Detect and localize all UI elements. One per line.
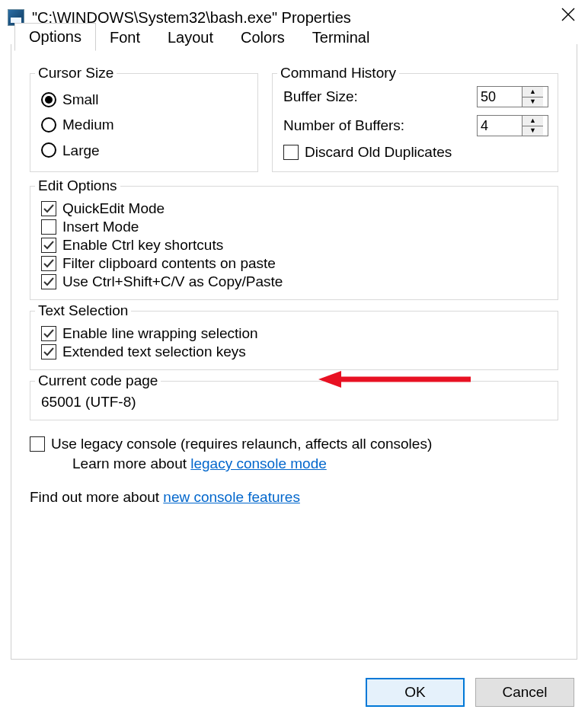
checkbox-discard-duplicates[interactable]: Discard Old Duplicates bbox=[283, 144, 548, 161]
checkbox-legacy-console[interactable]: Use legacy console (requires relaunch, a… bbox=[30, 436, 558, 452]
checkbox-icon bbox=[41, 326, 56, 341]
spinner-up-icon[interactable]: ▲ bbox=[522, 116, 543, 126]
checkbox-filter-clipboard[interactable]: Filter clipboard contents on paste bbox=[41, 255, 548, 272]
checkbox-quickedit[interactable]: QuickEdit Mode bbox=[41, 200, 548, 217]
checkbox-icon bbox=[41, 219, 56, 235]
radio-icon bbox=[41, 142, 56, 158]
discard-duplicates-label: Discard Old Duplicates bbox=[305, 144, 452, 161]
spinner-down-icon[interactable]: ▼ bbox=[522, 97, 543, 107]
tab-font[interactable]: Font bbox=[96, 24, 154, 51]
group-code-page: Current code page 65001 (UTF-8) bbox=[30, 381, 558, 420]
checkbox-extended-selection[interactable]: Extended text selection keys bbox=[41, 344, 548, 360]
dialog-client: Options Font Layout Colors Terminal Curs… bbox=[11, 44, 577, 660]
tab-layout[interactable]: Layout bbox=[154, 24, 227, 51]
extended-selection-label: Extended text selection keys bbox=[62, 344, 246, 360]
radio-icon bbox=[41, 92, 56, 107]
cancel-button[interactable]: Cancel bbox=[475, 678, 574, 707]
find-more-prefix: Find out more about bbox=[30, 489, 163, 505]
group-command-history-legend: Command History bbox=[277, 65, 399, 81]
options-panel: Cursor Size Small Medium Large bbox=[30, 73, 558, 648]
radio-cursor-small[interactable]: Small bbox=[41, 88, 248, 111]
tab-options[interactable]: Options bbox=[14, 23, 96, 51]
checkbox-icon bbox=[41, 201, 56, 216]
legacy-console-label: Use legacy console (requires relaunch, a… bbox=[51, 436, 432, 452]
group-edit-options-legend: Edit Options bbox=[35, 177, 120, 194]
radio-cursor-large[interactable]: Large bbox=[41, 139, 248, 162]
legacy-learn-prefix: Learn more about bbox=[72, 455, 190, 471]
link-new-console-features[interactable]: new console features bbox=[163, 489, 300, 505]
group-edit-options: Edit Options QuickEdit Mode Insert Mode … bbox=[30, 186, 558, 300]
link-legacy-console-mode[interactable]: legacy console mode bbox=[190, 455, 327, 471]
buffer-size-input[interactable] bbox=[478, 87, 522, 107]
buffer-size-label: Buffer Size: bbox=[283, 88, 477, 105]
filter-clipboard-label: Filter clipboard contents on paste bbox=[62, 255, 276, 272]
checkbox-icon bbox=[41, 274, 56, 289]
tab-strip: Options Font Layout Colors Terminal bbox=[11, 21, 577, 50]
checkbox-icon bbox=[30, 436, 45, 452]
spinner-up-icon[interactable]: ▲ bbox=[522, 87, 543, 97]
checkbox-ctrl-shift-copy[interactable]: Use Ctrl+Shift+C/V as Copy/Paste bbox=[41, 273, 548, 290]
code-page-value: 65001 (UTF-8) bbox=[41, 394, 136, 410]
checkbox-icon bbox=[283, 145, 299, 160]
ok-button[interactable]: OK bbox=[366, 678, 465, 707]
close-icon bbox=[561, 8, 575, 21]
radio-cursor-medium[interactable]: Medium bbox=[41, 113, 248, 136]
radio-cursor-medium-label: Medium bbox=[62, 113, 114, 136]
radio-icon bbox=[41, 117, 56, 133]
checkbox-line-wrap[interactable]: Enable line wrapping selection bbox=[41, 325, 548, 342]
dialog-button-row: OK Cancel bbox=[366, 678, 574, 707]
radio-cursor-large-label: Large bbox=[62, 139, 100, 162]
buffer-size-spinner[interactable]: ▲ ▼ bbox=[477, 86, 548, 107]
spinner-down-icon[interactable]: ▼ bbox=[522, 126, 543, 136]
checkbox-icon bbox=[41, 344, 56, 360]
checkbox-ctrl-shortcuts[interactable]: Enable Ctrl key shortcuts bbox=[41, 237, 548, 254]
group-cursor-size: Cursor Size Small Medium Large bbox=[30, 73, 258, 172]
insert-label: Insert Mode bbox=[62, 219, 139, 235]
tab-terminal[interactable]: Terminal bbox=[299, 24, 384, 51]
group-code-page-legend: Current code page bbox=[35, 372, 161, 389]
num-buffers-input[interactable] bbox=[478, 116, 522, 136]
ctrl-shortcuts-label: Enable Ctrl key shortcuts bbox=[62, 237, 223, 254]
group-command-history: Command History Buffer Size: ▲ ▼ bbox=[272, 73, 558, 172]
group-text-selection: Text Selection Enable line wrapping sele… bbox=[30, 311, 558, 370]
radio-cursor-small-label: Small bbox=[62, 88, 99, 111]
checkbox-icon bbox=[41, 256, 56, 271]
num-buffers-spinner[interactable]: ▲ ▼ bbox=[477, 115, 548, 136]
checkbox-insert[interactable]: Insert Mode bbox=[41, 219, 548, 235]
ctrl-shift-copy-label: Use Ctrl+Shift+C/V as Copy/Paste bbox=[62, 273, 283, 290]
checkbox-icon bbox=[41, 238, 56, 253]
line-wrap-label: Enable line wrapping selection bbox=[62, 325, 258, 342]
tab-colors[interactable]: Colors bbox=[227, 24, 299, 51]
group-text-selection-legend: Text Selection bbox=[35, 302, 131, 319]
num-buffers-label: Number of Buffers: bbox=[283, 117, 477, 134]
quickedit-label: QuickEdit Mode bbox=[62, 200, 165, 217]
group-cursor-size-legend: Cursor Size bbox=[35, 65, 117, 81]
